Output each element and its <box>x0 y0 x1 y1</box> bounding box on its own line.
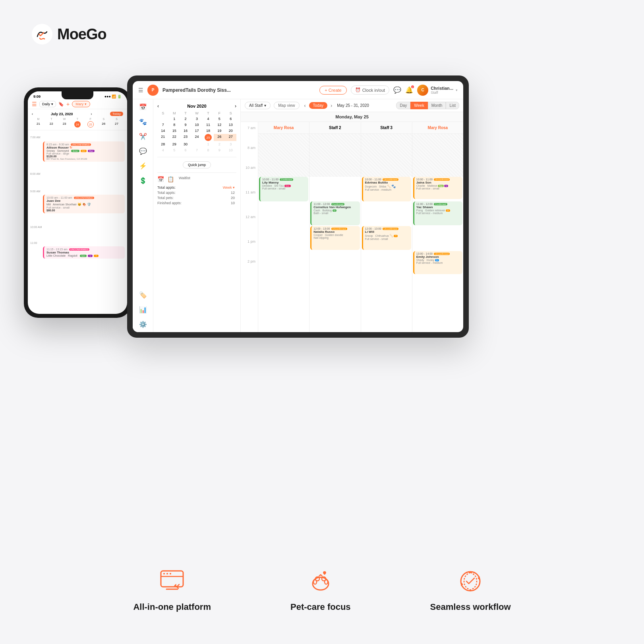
user-info: Christian... Staff <box>431 86 453 95</box>
time-7am: 7 am <box>241 126 258 146</box>
sidebar-tag-icon[interactable]: 🏷️ <box>139 291 147 299</box>
sidebar-alert-icon[interactable]: ⚡ <box>139 162 147 170</box>
time-1000: 10:00 AM <box>30 226 42 228</box>
prev-week-arrow[interactable]: ‹ <box>303 102 307 109</box>
phone-mini-calendar: ‹ July 23, 2020 › Today MTWTFSS 21 22 23… <box>28 109 127 130</box>
quick-jump-button[interactable]: Quick jump <box>183 161 211 168</box>
date-navigation: ‹ Today › <box>303 102 334 109</box>
appt-emily[interactable]: 13:00 - 14:00 Unconfirmed Emily Johnson … <box>413 251 462 274</box>
waitlist-area: 📅 📋 Waitlist Total appts: Week ▾ <box>157 172 236 205</box>
appt-allison[interactable]: 8:15 am - 9:30 am UNCONFIRMED Allison Ro… <box>43 141 125 162</box>
user-avatar: C <box>417 85 428 96</box>
phone-time: 9:09 <box>33 95 41 99</box>
cal-prev[interactable]: ‹ <box>32 112 33 116</box>
staff-header-2: Staff 2 <box>309 122 360 134</box>
today-pill[interactable]: Today <box>309 102 328 109</box>
list-view-btn[interactable]: List <box>446 102 459 109</box>
month-view-btn[interactable]: Month <box>428 102 446 109</box>
map-view-button[interactable]: Map view <box>274 102 299 109</box>
appt-jaina[interactable]: 10:00 - 11:00 Unconfirmed Jaina Son Char… <box>413 177 462 199</box>
time-8am: 8 am <box>241 146 258 166</box>
svg-point-9 <box>313 580 317 584</box>
staff-header-mary-rosa-2: Mary Rosa <box>412 122 463 134</box>
quick-jump: Quick jump <box>157 157 236 168</box>
next-week-arrow[interactable]: › <box>329 102 334 109</box>
appt-cornelius[interactable]: 11:00 - 12:00 Confirmed Cornelius Van Ho… <box>310 201 360 225</box>
staff-selector[interactable]: Mary ▾ <box>72 101 90 107</box>
date-range-label: May 25 - 31, 2020 <box>337 103 369 108</box>
week-view-btn[interactable]: Week <box>410 102 427 109</box>
petcare-label: Pet-care focus <box>290 602 351 612</box>
phone-notch <box>62 91 93 99</box>
staff-col-2: Staff 2 11:00 - 12:00 Confirmed <box>309 122 361 332</box>
menu-icon[interactable]: ☰ <box>32 101 37 107</box>
all-staff-dropdown[interactable]: All Staff ▾ <box>245 102 271 109</box>
clock-in-out-button[interactable]: ⏰ Clock in/out <box>351 85 389 95</box>
staff-header-3: Staff 3 <box>361 122 412 134</box>
mini-cal-nav: ‹ Nov 2020 › <box>157 103 236 109</box>
mini-cal-prev[interactable]: ‹ <box>157 103 159 109</box>
date-header: Monday, May 25 <box>241 112 463 122</box>
tablet-menu-icon[interactable]: ☰ <box>138 87 143 93</box>
sidebar-calendar-icon[interactable]: 📅 <box>139 103 147 111</box>
user-area: C Christian... Staff ▾ <box>417 85 458 96</box>
time-column: 7 am 8 am 10 am 11 am 12 am 1 pm 2 pm <box>241 122 258 332</box>
tablet-mockup: ☰ P PamperedTails Dorothy Siss... + Crea… <box>127 75 469 338</box>
schedule-columns: 7 am 8 am 10 am 11 am 12 am 1 pm 2 pm <box>241 122 463 332</box>
bookmark-icon[interactable]: 🔖 <box>58 102 64 107</box>
cal-days-header: MTWTFSS <box>32 118 123 120</box>
svg-point-10 <box>325 580 328 584</box>
appt-juan[interactable]: 10:00 am - 11:00 am UNCONFIRMED Juan Dee… <box>43 195 125 213</box>
chat-icon[interactable]: 💬 <box>393 86 401 94</box>
waitlist-icon[interactable]: 📋 <box>167 176 174 182</box>
sidebar-scissor-icon[interactable]: ✂️ <box>139 133 147 140</box>
phone-icons: ●●● 📶 🔋 <box>104 95 122 99</box>
clock-icon: ⏰ <box>355 87 361 93</box>
time-700: 7:00 AM <box>30 136 41 139</box>
feature-petcare: Pet-care focus <box>290 567 351 612</box>
sidebar-gear-icon[interactable]: ⚙️ <box>139 321 147 328</box>
create-button[interactable]: + Create <box>319 86 347 95</box>
platform-icon <box>158 567 186 596</box>
day-view-btn[interactable]: Day <box>396 102 410 109</box>
staff-col-3: Staff 3 10:00 - 11:00 Unconfirmed <box>361 122 412 332</box>
platform-label: All-in-one platform <box>133 602 211 612</box>
svg-point-3 <box>163 573 165 574</box>
today-button[interactable]: Today <box>110 112 123 116</box>
status-section: Total appts: Week ▾ Total appts: 12 Tota <box>157 186 236 205</box>
feature-workflow: Seamless workflow <box>430 567 511 612</box>
sidebar-bar-chart-icon[interactable]: 📊 <box>139 306 147 313</box>
calendar-icon[interactable]: 📅 <box>157 176 164 182</box>
staff-col-body-4: 10:00 - 11:00 Unconfirmed Jaina Son Char… <box>412 134 463 332</box>
sidebar-dollar-icon[interactable]: 💲 <box>139 177 147 184</box>
svg-point-5 <box>170 573 171 574</box>
staff-col-mary-rosa-2: Mary Rosa 10:00 - 11:00 Unconfirmed <box>412 122 463 332</box>
sidebar-chat-icon[interactable]: 💬 <box>139 147 147 155</box>
staff-columns: Mary Rosa 10:00 - 11:00 Co <box>258 122 463 332</box>
tablet-schedule-area: All Staff ▾ Map view ‹ Today › May 25 - … <box>241 99 463 332</box>
cal-next[interactable]: › <box>91 112 92 116</box>
appt-susan[interactable]: 11:15 - 13:15 am UNCONFIRMED Susan Thoma… <box>43 246 125 259</box>
phone-schedule: 7:00 AM 8:15 am - 9:30 am UNCONFIRMED Al… <box>28 130 127 297</box>
svg-point-4 <box>166 573 168 574</box>
staff-col-body-1: 10:00 - 11:00 Confirmed Lily Manny Deede… <box>258 134 309 332</box>
sidebar-paw-icon[interactable]: 🐾 <box>139 118 147 126</box>
add-btn[interactable]: + <box>66 101 70 107</box>
appt-lily-manny[interactable]: 10:00 - 11:00 Confirmed Lily Manny Deede… <box>259 177 308 201</box>
time-800: 8:00 AM <box>30 172 41 175</box>
daily-dropdown[interactable]: Daily ▾ <box>39 101 56 107</box>
appt-edvinas[interactable]: 10:00 - 11:00 Unconfirmed Edvinas Butill… <box>362 177 411 201</box>
time-1pm: 1 pm <box>241 240 258 259</box>
tablet-sidebar: 📅 🐾 ✂️ 💬 ⚡ 💲 🏷️ 📊 ⚙️ <box>133 99 153 332</box>
bell-icon[interactable]: 🔔 2 <box>405 86 413 94</box>
cal-days-row: 21 22 23 24 25 26 27 <box>32 121 123 128</box>
phone-screen: 9:09 ●●● 📶 🔋 ☰ Daily ▾ 🔖 + Mary ▾ ‹ <box>28 91 127 314</box>
appt-yac-shawn[interactable]: 11:00 - 12:00 Confirmed Yac Shawn Pong G… <box>413 201 462 225</box>
appt-li-will[interactable]: 12:00 - 13:00 Unconfirmed Li Will Snoop … <box>362 226 411 250</box>
mini-cal-next[interactable]: › <box>235 103 236 109</box>
week-label[interactable]: Week ▾ <box>223 186 235 190</box>
appt-natalia[interactable]: 12:00 - 13:00 Unconfirmed Natalia Russo … <box>310 226 360 250</box>
staff-col-body-3: 10:00 - 11:00 Unconfirmed Edvinas Butill… <box>361 134 412 332</box>
logo-text: MoeGo <box>57 26 106 43</box>
shop-name: PamperedTails Dorothy Siss... <box>162 87 231 93</box>
